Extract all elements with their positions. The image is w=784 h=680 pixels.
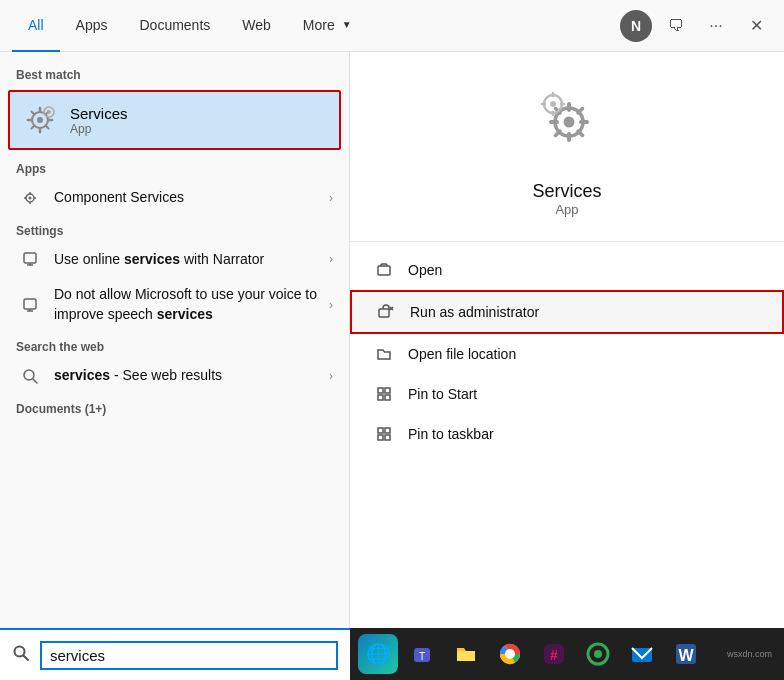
svg-rect-50 — [378, 428, 383, 433]
best-match-text: Services App — [70, 105, 128, 136]
teams-icon[interactable]: T — [402, 634, 442, 674]
more-options-button[interactable]: ··· — [700, 10, 732, 42]
svg-rect-18 — [24, 253, 36, 263]
close-icon: ✕ — [750, 16, 763, 35]
app-detail-name: Services — [532, 181, 601, 202]
more-label: More — [303, 17, 335, 33]
apps-section-label: Apps — [0, 154, 349, 180]
pin-to-start-action[interactable]: Pin to Start — [350, 374, 784, 414]
speech-services-label: Do not allow Microsoft to use your voice… — [54, 285, 329, 324]
svg-line-7 — [46, 126, 49, 129]
settings-section-label: Settings — [0, 216, 349, 242]
svg-rect-46 — [378, 388, 383, 393]
svg-line-33 — [578, 131, 583, 136]
best-match-label: Best match — [0, 60, 349, 86]
app-detail-type: App — [555, 202, 578, 217]
tab-documents[interactable]: Documents — [123, 0, 226, 52]
nav-tabs: All Apps Documents Web More ▼ — [12, 0, 620, 52]
feedback-button[interactable]: 🗨 — [660, 10, 692, 42]
taskbar: 🌐 T — [350, 628, 784, 680]
pin-start-icon — [374, 384, 394, 404]
tab-apps[interactable]: Apps — [60, 0, 124, 52]
best-match-item[interactable]: Services App — [8, 90, 341, 150]
svg-line-55 — [24, 656, 29, 661]
svg-point-27 — [564, 117, 575, 128]
pin-to-taskbar-action[interactable]: Pin to taskbar — [350, 414, 784, 454]
svg-text:W: W — [678, 647, 694, 664]
nav-right-controls: N 🗨 ··· ✕ — [620, 10, 772, 42]
svg-rect-51 — [385, 428, 390, 433]
svg-point-63 — [594, 650, 602, 658]
chevron-icon-2: › — [329, 252, 333, 266]
svg-rect-43 — [379, 309, 389, 317]
run-as-admin-label: Run as administrator — [410, 304, 539, 320]
svg-text:#: # — [550, 647, 558, 663]
ellipsis-icon: ··· — [709, 17, 722, 35]
svg-rect-21 — [24, 299, 36, 309]
web-search-item[interactable]: services - See web results › — [0, 358, 349, 394]
open-label: Open — [408, 262, 442, 278]
services-app-icon — [22, 102, 58, 138]
open-action[interactable]: Open — [350, 250, 784, 290]
narrator-icon — [16, 250, 44, 268]
chevron-icon-4: › — [329, 369, 333, 383]
svg-rect-53 — [385, 435, 390, 440]
search-bar — [0, 628, 350, 680]
close-button[interactable]: ✕ — [740, 10, 772, 42]
svg-text:T: T — [419, 651, 425, 662]
file-location-icon — [374, 344, 394, 364]
svg-rect-42 — [378, 266, 390, 275]
chevron-down-icon: ▼ — [342, 19, 352, 30]
search-input[interactable] — [50, 647, 328, 664]
top-navigation: All Apps Documents Web More ▼ N 🗨 ··· ✕ — [0, 0, 784, 52]
svg-line-6 — [32, 112, 35, 115]
svg-line-9 — [32, 126, 35, 129]
svg-point-59 — [505, 649, 515, 659]
speech-services-item[interactable]: Do not allow Microsoft to use your voice… — [0, 277, 349, 332]
open-file-location-action[interactable]: Open file location — [350, 334, 784, 374]
chevron-icon: › — [329, 191, 333, 205]
tab-web[interactable]: Web — [226, 0, 287, 52]
run-as-admin-action[interactable]: Run as administrator — [350, 290, 784, 334]
search-input-wrapper[interactable] — [40, 641, 338, 670]
svg-rect-47 — [385, 388, 390, 393]
left-panel: Best match — [0, 52, 350, 628]
feedback-icon: 🗨 — [668, 17, 684, 35]
svg-point-13 — [29, 196, 32, 199]
run-as-admin-icon — [376, 302, 396, 322]
tab-all[interactable]: All — [12, 0, 60, 52]
edge-icon[interactable]: 🌐 — [358, 634, 398, 674]
main-content: Best match — [0, 52, 784, 628]
svg-rect-52 — [378, 435, 383, 440]
open-icon — [374, 260, 394, 280]
tab-more[interactable]: More ▼ — [287, 0, 368, 52]
svg-rect-48 — [378, 395, 383, 400]
app-detail-section: Services App — [350, 52, 784, 242]
web-section-label: Search the web — [0, 332, 349, 358]
mail-icon[interactable] — [622, 634, 662, 674]
svg-line-25 — [33, 379, 37, 383]
browser-icon[interactable] — [578, 634, 618, 674]
pin-to-start-label: Pin to Start — [408, 386, 477, 402]
best-match-subtitle: App — [70, 122, 128, 136]
svg-line-34 — [578, 109, 583, 114]
speech-icon — [16, 296, 44, 314]
pin-to-taskbar-label: Pin to taskbar — [408, 426, 494, 442]
file-explorer-icon[interactable] — [446, 634, 486, 674]
component-services-icon — [16, 189, 44, 207]
chevron-icon-3: › — [329, 298, 333, 312]
chrome-icon[interactable] — [490, 634, 530, 674]
open-file-location-label: Open file location — [408, 346, 516, 362]
word-icon[interactable]: W — [666, 634, 706, 674]
watermark: wsxdn.com — [727, 649, 776, 659]
component-services-item[interactable]: Component Services › — [0, 180, 349, 216]
best-match-title: Services — [70, 105, 128, 122]
svg-point-1 — [37, 117, 43, 123]
narrator-services-item[interactable]: Use online services with Narrator › — [0, 242, 349, 278]
docs-section-label: Documents (1+) — [0, 394, 349, 420]
search-icon — [12, 644, 30, 666]
slack-icon[interactable]: # — [534, 634, 574, 674]
pin-taskbar-icon — [374, 424, 394, 444]
search-web-icon — [16, 367, 44, 385]
user-avatar[interactable]: N — [620, 10, 652, 42]
